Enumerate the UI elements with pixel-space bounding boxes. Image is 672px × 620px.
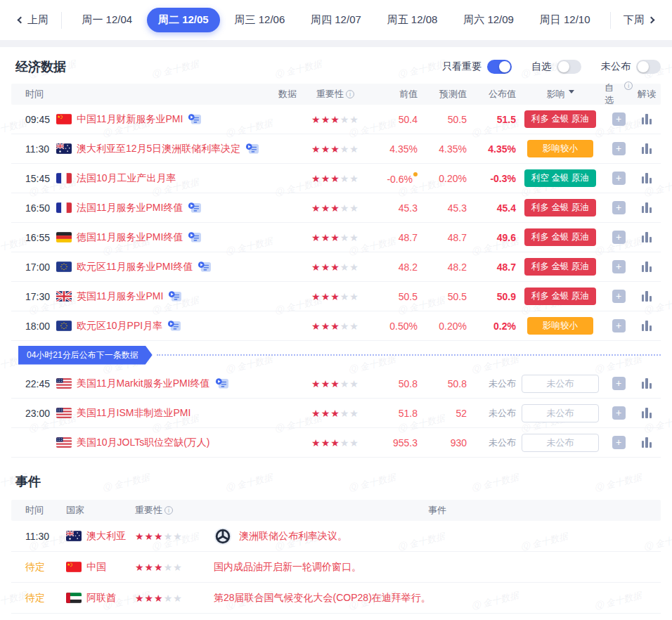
event-link[interactable]: 国内成品油开启新一轮调价窗口。 [214,561,361,574]
filter-toggle[interactable]: 只看重要 [442,60,512,74]
economic-table-header: 时间 数据 重要性 前值 预测值 公布值 影响 自选 解读 [11,84,661,105]
week-tab[interactable]: 周日 12/10 [529,8,602,32]
add-favorite-button[interactable] [612,406,626,420]
event-time: 待定 [11,592,56,605]
indicator-link[interactable]: 澳大利亚至12月5日澳洲联储利率决定 [77,143,240,155]
week-tab[interactable]: 周四 12/07 [299,8,373,32]
week-tab[interactable]: 周三 12/06 [224,8,297,32]
forecast-value: 0.20% [418,173,467,184]
comment-icon[interactable] [188,113,202,125]
events-table-header: 时间 国家 重要性 事件 [11,500,661,521]
indicator-link[interactable]: 法国11月服务业PMI终值 [77,202,183,214]
event-time: 11:30 [11,531,56,542]
forecast-value: 0.20% [418,321,467,332]
add-favorite-button[interactable] [612,201,626,214]
week-tab[interactable]: 周二 12/05 [147,8,220,32]
comment-icon[interactable] [168,290,182,302]
importance-stars: ★★★★★ [298,143,373,155]
chart-icon[interactable] [642,378,652,389]
add-favorite-button[interactable] [612,260,626,273]
filter-toggle[interactable]: 自选 [531,60,581,74]
impact-badge: 利多 金银 原油 [524,228,596,246]
week-tab[interactable]: 周六 12/09 [452,8,525,32]
rba-icon [214,527,232,545]
comment-icon[interactable] [167,320,181,332]
indicator-link[interactable]: 欧元区11月服务业PMI终值 [77,261,193,273]
chart-icon[interactable] [642,143,652,154]
add-favorite-button[interactable] [612,290,626,303]
header-data: 数据 [278,88,297,101]
country-link[interactable]: 中国 [86,561,106,574]
row-time: 23:00 [11,408,56,419]
country-flag-eu [56,321,72,331]
add-favorite-button[interactable] [612,231,626,244]
add-favorite-button[interactable] [612,377,626,390]
indicator-link[interactable]: 中国11月财新服务业PMI [77,113,183,126]
indicator-link[interactable]: 欧元区10月PPI月率 [77,320,162,332]
country-link[interactable]: 澳大利亚 [86,530,126,543]
prev-value: 48.2 [373,261,418,273]
indicator-link[interactable]: 法国10月工业产出月率 [77,172,176,185]
toggle-switch[interactable] [636,60,661,74]
filter-toggle[interactable]: 未公布 [601,60,661,74]
economic-data-row: 15:45 法国10月工业产出月率 ★★★★★ -0.6% 0.20% -0.3… [11,164,661,193]
comment-icon[interactable] [215,377,229,389]
prev-value: 51.8 [373,408,418,419]
importance-stars: ★★★★★ [298,291,373,302]
header-importance: 重要性 [316,89,344,99]
add-favorite-button[interactable] [612,436,626,449]
comment-icon[interactable] [188,231,202,243]
header-impact-sort[interactable]: 影响 [516,88,605,101]
add-favorite-button[interactable] [612,112,626,126]
add-favorite-button[interactable] [612,142,626,155]
chart-icon[interactable] [642,173,652,183]
impact-cell: 未公布 [516,375,605,393]
impact-badge: 利多 金银 原油 [524,258,596,276]
chart-icon[interactable] [642,437,652,448]
indicator-link[interactable]: 美国11月ISM非制造业PMI [77,407,190,420]
info-icon[interactable] [346,90,354,98]
chart-icon[interactable] [642,408,652,418]
info-icon[interactable] [164,506,173,515]
week-tab[interactable]: 周五 12/08 [376,8,449,32]
row-time: 18:00 [11,321,56,332]
toggle-switch[interactable] [487,60,512,74]
toggle-switch[interactable] [557,60,581,74]
indicator-link[interactable]: 美国10月JOLTs职位空缺(万人) [77,437,210,449]
country-flag-au [66,531,82,541]
country-link[interactable]: 阿联酋 [86,592,116,605]
prev-value: -0.6% [373,172,418,185]
chart-icon[interactable] [642,232,652,243]
chart-icon[interactable] [642,114,652,124]
next-week-button[interactable]: 下周 [618,13,659,27]
chart-icon[interactable] [642,261,652,272]
importance-stars: ★★★★★ [298,261,373,273]
event-link[interactable]: 第28届联合国气候变化大会(COP28)在迪拜举行。 [214,592,431,605]
forecast-value: 50.5 [418,291,467,302]
event-row: 待定 阿联酋 ★★★★★ 第28届联合国气候变化大会(COP28)在迪拜举行。 [11,583,661,614]
comment-icon[interactable] [245,143,259,155]
importance-stars: ★★★★★ [135,531,214,542]
prev-value: 50.5 [373,291,418,302]
chart-icon[interactable] [642,202,652,213]
indicator-link[interactable]: 英国11月服务业PMI [77,290,163,303]
forecast-value: 4.35% [418,143,467,155]
add-favorite-button[interactable] [612,319,626,332]
info-icon[interactable] [624,82,633,90]
week-tab[interactable]: 周一 12/04 [70,8,143,32]
prev-week-button[interactable]: 上周 [13,13,54,27]
events-section-title: 事件 [15,458,661,500]
country-flag-fr [56,173,72,183]
header-importance: 重要性 [135,505,162,515]
forecast-value: 50.5 [418,114,467,125]
chart-icon[interactable] [642,291,652,302]
comment-icon[interactable] [188,202,202,214]
comment-icon[interactable] [198,261,212,273]
event-link[interactable]: 澳洲联储公布利率决议。 [239,530,347,543]
indicator-link[interactable]: 美国11月Markit服务业PMI终值 [77,377,210,390]
indicator-link[interactable]: 德国11月服务业PMI终值 [77,231,183,244]
add-favorite-button[interactable] [612,172,626,185]
chart-icon[interactable] [642,321,652,331]
impact-badge: 利空 金银 原油 [524,169,596,187]
row-time: 11:30 [11,143,56,155]
